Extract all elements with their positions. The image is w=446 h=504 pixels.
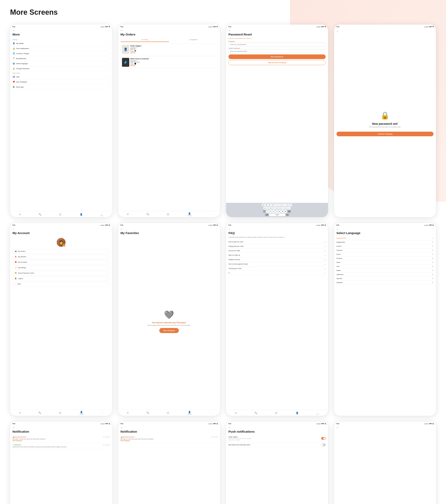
my-ratings-btn[interactable]: ⭐My Ratings › <box>13 266 110 270</box>
lang-french[interactable]: French✓ <box>337 244 434 248</box>
nav-more[interactable]: ···More <box>100 213 103 216</box>
nav-search[interactable]: 🔍 <box>38 213 41 216</box>
push-toggle-2[interactable] <box>321 444 326 446</box>
faq-item[interactable]: ℹ️FAQ › <box>13 74 110 79</box>
faq-item-3[interactable]: Account & Profile⌄ <box>229 249 326 253</box>
key-y[interactable]: Y <box>277 204 280 206</box>
nav-profile[interactable]: 👤Account <box>79 411 84 415</box>
key-d[interactable]: D <box>269 207 272 209</box>
nav-cart[interactable]: 🛒 <box>59 412 62 414</box>
skip-shopping-button[interactable]: Skip and start shopping <box>229 60 326 65</box>
back-button[interactable]: ← <box>13 228 110 231</box>
select-language-item[interactable]: 🌍Select language › <box>13 61 110 66</box>
nav-cart[interactable]: 🛒 <box>59 213 62 216</box>
nav-more[interactable]: ···More <box>316 411 319 415</box>
reset-password-button[interactable]: Reset password <box>229 54 326 59</box>
password-input[interactable] <box>229 43 326 46</box>
key-h[interactable]: H <box>279 207 281 209</box>
push-toggle-1[interactable] <box>321 437 326 440</box>
key-u[interactable]: U <box>280 204 283 206</box>
key-delete[interactable]: ⌫ <box>287 210 291 213</box>
my-details-item[interactable]: 👤My Details › <box>13 41 110 46</box>
confirm-password-input[interactable] <box>229 49 326 53</box>
lang-swedish[interactable]: Swedish✓ <box>337 281 434 285</box>
key-z[interactable]: Z <box>266 210 269 213</box>
back-button[interactable]: ← <box>13 426 110 429</box>
my-orders-btn[interactable]: 📦My Orders › <box>13 249 110 254</box>
nav-home[interactable]: ⊞ <box>19 213 21 216</box>
nav-profile[interactable]: 👤Account <box>187 411 192 415</box>
nav-search[interactable]: 🔍 <box>38 412 41 414</box>
change-password-item[interactable]: 🔒Change Password › <box>13 66 110 71</box>
nav-profile[interactable]: 👤 <box>80 213 83 216</box>
key-j[interactable]: J <box>282 207 284 209</box>
lang-japanese[interactable]: Japanese✓ <box>337 272 434 277</box>
key-f[interactable]: F <box>273 207 275 209</box>
nav-home[interactable]: ⊞ <box>127 412 129 414</box>
nav-profile[interactable]: 👤Account <box>187 212 192 216</box>
nav-search[interactable]: 🔍 <box>254 412 257 414</box>
key-space[interactable]: space <box>269 214 285 216</box>
faq-item-7[interactable]: Tracking your order⌄ <box>229 266 326 271</box>
order-card-1[interactable]: 👖 Khaki Joggers Quantity: 1 Size: M Colo… <box>121 44 218 55</box>
order-card-2[interactable]: 🧳 Black Carry-on Suitcase Quantity: 1 Si… <box>121 56 218 68</box>
nav-home[interactable]: ⊞ <box>235 412 237 414</box>
nav-cart[interactable]: 🛒 <box>275 412 278 414</box>
nav-search[interactable]: 🔍 <box>146 213 149 216</box>
key-e[interactable]: E <box>268 204 271 206</box>
logout-btn[interactable]: 🚪Logout › <box>13 276 110 281</box>
faq-item-6[interactable]: How to solve payment issues⌄ <box>229 262 326 266</box>
tab-ongoing[interactable]: On Going <box>121 38 169 42</box>
faq-item-5[interactable]: Multiple accounts⌄ <box>229 257 326 262</box>
key-a[interactable]: A <box>264 207 266 209</box>
key-g[interactable]: G <box>276 207 278 209</box>
country-region-item[interactable]: 🌐Country or Region › <box>13 51 110 56</box>
back-button[interactable]: ← <box>337 426 434 429</box>
key-123[interactable]: 123 <box>265 214 269 216</box>
key-c[interactable]: C <box>272 210 275 213</box>
saved-payment-btn[interactable]: 💳Saved Payment Cards › <box>13 271 110 275</box>
key-o[interactable]: O <box>286 204 289 206</box>
back-button[interactable]: ← <box>229 228 326 231</box>
continue-shopping-button[interactable]: Continue Shopping <box>337 132 434 136</box>
notif-link-3[interactable]: Start Shopping <box>121 440 218 441</box>
key-q[interactable]: Q <box>262 204 265 206</box>
back-button[interactable]: ← <box>229 29 326 32</box>
nav-more[interactable]: ··· <box>209 412 211 414</box>
nav-more[interactable]: ··· <box>209 213 211 216</box>
lang-irish[interactable]: Irish✓ <box>337 265 434 269</box>
back-button[interactable]: ← <box>337 30 339 33</box>
key-w[interactable]: W <box>265 204 268 206</box>
nav-cart[interactable]: 🛒 <box>167 412 170 414</box>
key-m[interactable]: M <box>284 210 287 213</box>
more-btn[interactable]: ···More › <box>13 282 110 286</box>
key-v[interactable]: V <box>275 210 278 213</box>
my-favorites-btn[interactable]: ❤️My Favorites › <box>13 260 110 265</box>
give-feedback-item[interactable]: ❤️Give Feedback › <box>13 79 110 85</box>
back-button[interactable]: ← <box>229 426 326 429</box>
nav-search[interactable]: 🔍 <box>146 412 149 414</box>
lang-italian[interactable]: Italian✓ <box>337 269 434 272</box>
key-l[interactable]: L <box>288 207 290 209</box>
lang-spanish[interactable]: Spanish✓ <box>337 277 434 281</box>
key-b[interactable]: B <box>278 210 281 213</box>
nav-home[interactable]: ⊞ <box>127 213 129 216</box>
nav-home[interactable]: ⊞ <box>19 412 21 414</box>
key-go[interactable]: Go <box>286 214 289 216</box>
key-n[interactable]: N <box>281 210 284 213</box>
key-s[interactable]: S <box>267 207 269 209</box>
key-t[interactable]: T <box>274 204 277 206</box>
lang-hindi[interactable]: Hindi✓ <box>337 260 434 265</box>
key-x[interactable]: X <box>269 210 272 213</box>
key-p[interactable]: P <box>289 204 292 206</box>
about-app-item[interactable]: 🛍️About App › <box>13 85 110 90</box>
my-addresses-item[interactable]: 📍My Addresses › <box>13 56 110 61</box>
nav-more[interactable]: ··· <box>101 412 103 414</box>
back-button[interactable]: ← <box>337 228 434 231</box>
lang-english-usa[interactable]: English(USA)✓ <box>337 236 434 240</box>
faq-item-2[interactable]: Paying with your cards⌄ <box>229 244 326 249</box>
nav-cart[interactable]: 🛒 <box>167 213 170 216</box>
avatar-edit-badge[interactable]: ✏️ <box>63 244 66 247</box>
key-shift[interactable]: ⇧ <box>263 210 266 213</box>
tab-completed[interactable]: Completed <box>169 38 217 42</box>
